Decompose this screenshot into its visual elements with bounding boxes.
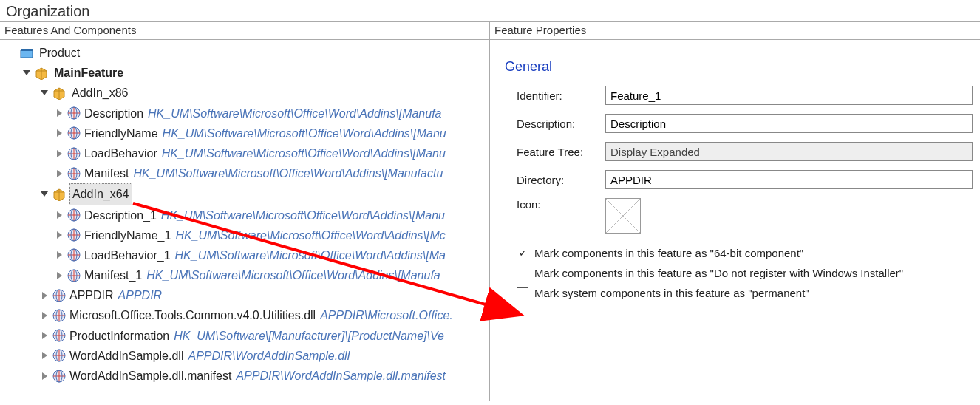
tree-label: AddIn_x64: [72, 188, 129, 200]
tree-path: HK_UM\Software\Microsoft\Office\Word\Add…: [175, 245, 446, 265]
tree-path: HK_UM\Software\Microsoft\Office\Word\Add…: [163, 123, 446, 143]
tree-path: APPDIR: [118, 285, 163, 305]
section-general: General: [505, 59, 973, 75]
field-featuretree: Feature Tree: Display Expanded: [517, 142, 973, 161]
chevron-right-icon[interactable]: [53, 150, 65, 157]
checkbox-icon[interactable]: [517, 248, 528, 259]
field-identifier: Identifier:: [517, 86, 973, 105]
chevron-right-icon[interactable]: [53, 109, 65, 117]
tree-item[interactable]: Manifest HK_UM\Software\Microsoft\Office…: [3, 163, 489, 183]
tree-item[interactable]: LoadBehavior_1 HK_UM\Software\Microsoft\…: [3, 245, 489, 265]
tree-label: AddIn_x86: [72, 86, 129, 99]
registry-icon: [67, 208, 81, 222]
label-description: Description:: [517, 118, 605, 130]
tree-path: APPDIR\WordAddInSample.dll.manifest: [236, 366, 446, 386]
tree-path: HK_UM\Software\[Manufacturer]\[ProductNa…: [174, 326, 444, 346]
tree-label: FriendlyName: [84, 123, 158, 143]
tree-label: ProductInformation: [69, 326, 169, 346]
chevron-right-icon[interactable]: [38, 352, 50, 359]
tree-item[interactable]: Manifest_1 HK_UM\Software\Microsoft\Offi…: [3, 265, 489, 285]
tree-label: MainFeature: [54, 67, 123, 79]
svg-rect-1: [21, 49, 33, 51]
chevron-down-icon[interactable]: [38, 191, 50, 197]
tree-label: WordAddInSample.dll: [69, 346, 183, 366]
chevron-right-icon[interactable]: [38, 372, 50, 380]
checkbox-icon[interactable]: [517, 287, 528, 299]
tree-item-addin-x64[interactable]: AddIn_x64: [3, 183, 489, 205]
tree-item-product[interactable]: Product: [3, 43, 489, 63]
product-icon: [19, 46, 34, 61]
tree-label: FriendlyName_1: [84, 225, 171, 245]
registry-icon: [52, 288, 67, 303]
check-noregister[interactable]: Mark components in this feature as "Do n…: [517, 267, 973, 279]
tree-label: Manifest_1: [84, 265, 142, 285]
tree-item[interactable]: Description HK_UM\Software\Microsoft\Off…: [3, 103, 489, 123]
combo-featuretree[interactable]: Display Expanded: [605, 142, 973, 161]
chevron-right-icon[interactable]: [53, 211, 65, 219]
tree-item[interactable]: FriendlyName HK_UM\Software\Microsoft\Of…: [3, 123, 489, 143]
registry-icon: [67, 228, 81, 242]
tree-item-addin-x86[interactable]: AddIn_x86: [3, 83, 489, 103]
chevron-right-icon[interactable]: [53, 272, 65, 279]
registry-icon: [67, 248, 81, 262]
field-icon: Icon:: [517, 198, 973, 234]
svg-rect-0: [21, 50, 33, 58]
chevron-right-icon[interactable]: [53, 129, 65, 137]
field-directory: Directory:: [517, 170, 973, 189]
chevron-right-icon[interactable]: [53, 170, 65, 177]
tree-label: Description_1: [84, 205, 157, 225]
tree-item[interactable]: WordAddInSample.dll.manifest APPDIR\Word…: [3, 366, 489, 386]
label-identifier: Identifier:: [517, 89, 605, 102]
tree-item[interactable]: ProductInformation HK_UM\Software\[Manuf…: [3, 326, 489, 346]
chevron-right-icon[interactable]: [38, 312, 50, 319]
chevron-right-icon[interactable]: [38, 332, 50, 339]
chevron-down-icon[interactable]: [21, 70, 33, 75]
registry-icon: [52, 308, 67, 323]
registry-icon: [67, 268, 81, 283]
box-icon: [52, 86, 67, 101]
tree-path: APPDIR\WordAddInSample.dll: [188, 346, 350, 366]
chevron-right-icon[interactable]: [38, 292, 50, 299]
properties-form: General Identifier: Description: Feature…: [490, 40, 980, 314]
tree-label: Product: [39, 47, 80, 59]
tree-label: LoadBehavior_1: [84, 245, 171, 265]
checkbox-icon[interactable]: [517, 268, 528, 279]
registry-icon: [67, 166, 81, 181]
tree-path: HK_UM\Software\Microsoft\Office\Word\Add…: [175, 225, 445, 245]
tree-label: Description: [84, 103, 143, 123]
tree-item[interactable]: FriendlyName_1 HK_UM\Software\Microsoft\…: [3, 225, 489, 245]
input-identifier[interactable]: [605, 86, 973, 105]
panels-container: Features And Components Product MainFeat…: [0, 21, 980, 401]
registry-icon: [52, 369, 67, 384]
check-permanent[interactable]: Mark system components in this feature a…: [517, 287, 973, 299]
tree-path: HK_UM\Software\Microsoft\Office\Word\Add…: [133, 163, 443, 183]
registry-icon: [52, 328, 67, 343]
left-panel-header: Features And Components: [0, 22, 489, 40]
check-64bit[interactable]: Mark components in this feature as "64-b…: [517, 247, 973, 259]
tree-item[interactable]: Microsoft.Office.Tools.Common.v4.0.Utili…: [3, 305, 489, 325]
chevron-down-icon[interactable]: [38, 90, 50, 95]
chevron-right-icon[interactable]: [53, 231, 65, 239]
page-title: Organization: [0, 0, 980, 21]
tree-path: HK_UM\Software\Microsoft\Office\Word\Add…: [162, 143, 446, 163]
icon-preview[interactable]: [605, 198, 641, 234]
label-featuretree: Feature Tree:: [517, 146, 605, 158]
registry-icon: [52, 348, 67, 363]
tree-item[interactable]: Description_1 HK_UM\Software\Microsoft\O…: [3, 205, 489, 225]
tree-label: APPDIR: [69, 285, 114, 305]
chevron-right-icon[interactable]: [53, 251, 65, 259]
tree-item[interactable]: LoadBehavior HK_UM\Software\Microsoft\Of…: [3, 143, 489, 163]
tree-item[interactable]: APPDIR APPDIR: [3, 285, 489, 305]
tree-item-mainfeature[interactable]: MainFeature: [3, 63, 489, 83]
tree-label: Manifest: [84, 163, 129, 183]
input-description[interactable]: [605, 114, 973, 133]
left-panel: Features And Components Product MainFeat…: [0, 22, 490, 401]
check-label: Mark components in this feature as "64-b…: [534, 247, 803, 259]
tree-item[interactable]: WordAddInSample.dll APPDIR\WordAddInSamp…: [3, 346, 489, 366]
tree-label: Microsoft.Office.Tools.Common.v4.0.Utili…: [69, 305, 316, 325]
field-description: Description:: [517, 114, 973, 133]
tree-path: HK_UM\Software\Microsoft\Office\Word\Add…: [161, 205, 445, 225]
combo-value: Display Expanded: [610, 146, 700, 158]
input-directory[interactable]: [605, 170, 973, 189]
right-panel: Feature Properties General Identifier: D…: [490, 22, 980, 401]
